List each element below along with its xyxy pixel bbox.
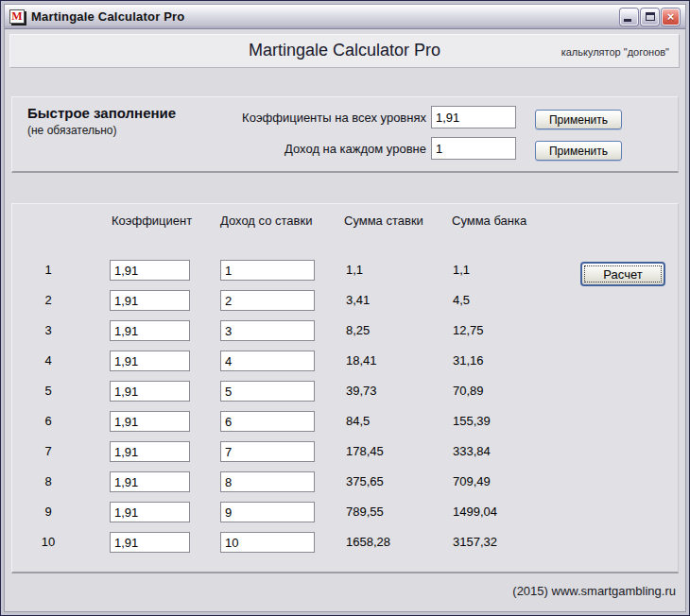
coef-input[interactable]	[110, 502, 190, 522]
coef-all-levels-input[interactable]	[431, 106, 516, 128]
row-level: 4	[34, 351, 62, 371]
footer: (2015) www.smartgambling.ru	[5, 573, 685, 611]
income-input[interactable]	[220, 381, 315, 402]
row-level: 8	[34, 471, 62, 492]
bank-sum: 4,5	[453, 290, 557, 311]
coef-input[interactable]	[110, 320, 190, 341]
income-each-level-label: Доход на каждом уровне	[154, 142, 426, 156]
table-row: 9 789,55 1499,04	[12, 502, 678, 522]
table-row: 3 8,25 12,75	[12, 320, 678, 341]
maximize-icon	[646, 12, 655, 21]
window-title: Martingale Calculator Pro	[31, 9, 184, 24]
close-icon: ×	[667, 9, 675, 24]
table-row: 10 1658,28 3157,32	[12, 532, 678, 553]
income-input[interactable]	[220, 471, 315, 492]
bet-sum: 39,73	[346, 381, 440, 402]
bank-sum: 70,89	[453, 381, 557, 402]
app-icon: M	[9, 9, 25, 24]
table-row: 6 84,5 155,39	[12, 411, 678, 432]
table-row: 2 3,41 4,5	[12, 290, 678, 311]
quick-fill-panel: Быстрое заполнение (не обязательно) Коэф…	[11, 96, 679, 173]
minimize-icon	[624, 19, 631, 22]
apply-income-button[interactable]: Применить	[535, 141, 622, 161]
copyright-text: (2015) www.smartgambling.ru	[512, 584, 676, 598]
income-input[interactable]	[220, 411, 315, 432]
quick-fill-subtitle: (не обязательно)	[27, 124, 117, 137]
income-input[interactable]	[220, 260, 315, 281]
coef-input[interactable]	[110, 290, 190, 311]
bet-sum: 8,25	[346, 320, 440, 341]
header-strip: Martingale Calculator Pro калькулятор "д…	[9, 34, 680, 68]
income-input[interactable]	[220, 502, 315, 522]
income-input[interactable]	[220, 532, 315, 553]
income-input[interactable]	[220, 290, 315, 311]
bank-sum: 1,1	[453, 260, 557, 281]
bet-sum: 1,1	[346, 260, 440, 281]
bet-sum: 789,55	[346, 502, 440, 522]
window-content: Martingale Calculator Pro калькулятор "д…	[5, 29, 685, 611]
column-header-income: Доход со ставки	[220, 214, 312, 228]
income-input[interactable]	[220, 441, 315, 462]
bet-sum: 84,5	[346, 411, 440, 432]
coef-input[interactable]	[110, 260, 190, 281]
bank-sum: 155,39	[453, 411, 557, 432]
coef-input[interactable]	[110, 471, 190, 492]
bank-sum: 1499,04	[453, 502, 557, 522]
column-header-bank-sum: Сумма банка	[452, 214, 526, 228]
bet-sum: 3,41	[346, 290, 440, 311]
close-button[interactable]: ×	[662, 9, 680, 26]
bank-sum: 31,16	[453, 351, 557, 371]
coef-input[interactable]	[110, 411, 190, 432]
table-row: 5 39,73 70,89	[12, 381, 678, 402]
row-level: 3	[34, 320, 62, 341]
coef-input[interactable]	[110, 441, 190, 462]
row-level: 1	[34, 260, 62, 281]
row-level: 2	[34, 290, 62, 311]
bank-sum: 333,84	[453, 441, 557, 462]
bet-sum: 178,45	[346, 441, 440, 462]
bet-sum: 1658,28	[346, 532, 440, 553]
bank-sum: 709,49	[453, 471, 557, 492]
levels-table-panel: Коэффициент Доход со ставки Сумма ставки…	[11, 203, 679, 573]
bet-sum: 18,41	[346, 351, 440, 371]
table-row: 8 375,65 709,49	[12, 471, 678, 492]
bank-sum: 3157,32	[453, 532, 557, 553]
window-inner: M Martingale Calculator Pro × Martingale…	[4, 4, 686, 612]
apply-coef-button[interactable]: Применить	[535, 110, 622, 129]
maximize-button[interactable]	[641, 9, 659, 26]
income-input[interactable]	[220, 320, 315, 341]
coef-all-levels-label: Коэффициенты на всех уровнях	[154, 111, 426, 125]
table-row: 1 1,1 1,1	[12, 260, 678, 281]
table-row: 4 18,41 31,16	[12, 351, 678, 371]
minimize-button[interactable]	[620, 9, 638, 26]
coef-input[interactable]	[110, 381, 190, 402]
column-header-coefficient: Коэффициент	[112, 214, 192, 228]
coef-input[interactable]	[110, 532, 190, 553]
row-level: 9	[34, 502, 62, 522]
row-level: 5	[34, 381, 62, 402]
table-row: 7 178,45 333,84	[12, 441, 678, 462]
row-level: 10	[34, 532, 62, 553]
title-bar: M Martingale Calculator Pro ×	[5, 5, 685, 29]
coef-input[interactable]	[110, 351, 190, 371]
bank-sum: 12,75	[453, 320, 557, 341]
app-window: M Martingale Calculator Pro × Martingale…	[0, 0, 690, 616]
income-input[interactable]	[220, 351, 315, 371]
page-subtitle: калькулятор "догонов"	[561, 46, 669, 58]
row-level: 7	[34, 441, 62, 462]
bet-sum: 375,65	[346, 471, 440, 492]
income-each-level-input[interactable]	[431, 137, 516, 160]
window-controls: ×	[620, 9, 680, 26]
column-header-bet-sum: Сумма ставки	[344, 214, 423, 228]
row-level: 6	[34, 411, 62, 432]
